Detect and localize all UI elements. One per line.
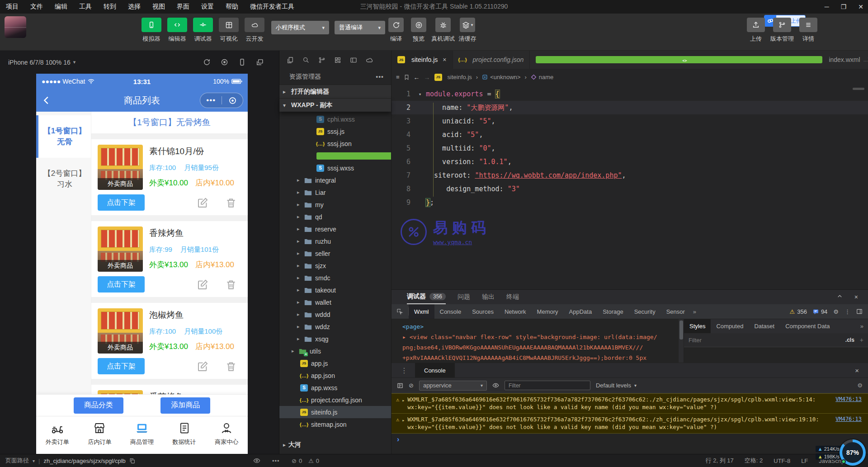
outline-icon[interactable]: ≡ [396, 74, 400, 80]
context-select[interactable]: appservice▾ [419, 381, 487, 391]
tree-item[interactable]: ▸integral [279, 174, 391, 186]
cls-toggle[interactable]: .cls [845, 337, 854, 343]
tree-item[interactable]: ▸ruzhu [279, 235, 391, 247]
close-icon[interactable]: ✕ [858, 3, 863, 10]
refresh-button[interactable] [388, 18, 404, 32]
trash-icon[interactable] [225, 360, 237, 373]
tree-item[interactable]: {…}project.config.json [279, 394, 391, 406]
tree-item[interactable]: ▸sjzx [279, 259, 391, 272]
copy-icon[interactable] [129, 458, 135, 464]
issue-count[interactable]: 94 [813, 308, 827, 315]
trash-icon[interactable] [225, 197, 237, 209]
devtools-tab-memory[interactable]: Memory [532, 304, 564, 319]
tree-item[interactable]: ▸seller [279, 247, 391, 259]
problems-summary[interactable]: ⊘0 ⚠0 [292, 454, 319, 467]
edit-icon[interactable] [197, 278, 209, 291]
files-icon[interactable] [287, 57, 294, 64]
menu-item[interactable]: 工具 [73, 0, 98, 14]
tree-item[interactable]: ▸smdc [279, 272, 391, 284]
devtools-tab-security[interactable]: Security [629, 304, 661, 319]
page-path-label[interactable]: 页面路径 [5, 457, 29, 465]
tree-item[interactable]: ▸Liar [279, 186, 391, 198]
styles-tab[interactable]: Computed [711, 319, 749, 333]
eyecircle-button[interactable] [411, 18, 426, 32]
layers-button[interactable]: ▾ [460, 18, 475, 32]
expand-icon[interactable]: ▸ [402, 396, 405, 404]
devtools-tab-storage[interactable]: Storage [597, 304, 629, 319]
console-filter-input[interactable] [509, 382, 586, 389]
clear-console-icon[interactable]: ⊘ [409, 382, 414, 389]
styles-tab[interactable]: Dataset [749, 319, 780, 333]
devtools-tab-sensor[interactable]: Sensor [661, 304, 690, 319]
menu-item[interactable]: 编辑 [49, 0, 73, 14]
menu-item[interactable]: 项目 [0, 0, 24, 14]
tab-bar-item[interactable]: 店内订单 [79, 416, 121, 454]
tree-item[interactable]: ▸xsqg [279, 333, 391, 345]
tree-item[interactable]: JSsiteinfo.js [279, 406, 391, 418]
editor-tab[interactable]: {…}project.config.json [453, 51, 530, 69]
console-settings-icon[interactable]: ⚙ [857, 382, 863, 389]
breadcrumb-item[interactable]: JSsiteinfo.js [434, 74, 472, 81]
open-editors-section[interactable]: ▸ 打开的编辑器 [279, 85, 391, 98]
editor-tab[interactable]: JSsiteinfo.js × [392, 51, 453, 69]
more-tabs-icon[interactable]: » [860, 319, 868, 333]
tree-item[interactable]: ▸wddz [279, 321, 391, 333]
inspect-icon[interactable] [392, 304, 408, 319]
debugger-tab[interactable]: 调试器356 [407, 290, 446, 304]
device-select[interactable]: iPhone 6/7/8 100% 16 [8, 59, 71, 66]
console-prompt[interactable]: › [392, 434, 868, 445]
category-tab[interactable]: 【1号窗口】无骨 [36, 115, 91, 158]
tree-item[interactable]: {…}sitemap.json [279, 418, 391, 430]
tree-item[interactable]: {…}app.json [279, 369, 391, 382]
add-style-icon[interactable]: + [860, 336, 863, 344]
wxml-node[interactable]: <page> [402, 321, 678, 332]
device-frame-icon[interactable] [238, 58, 246, 66]
tree-item[interactable]: JSapp.js [279, 357, 391, 369]
settings-gear-icon[interactable]: ⚙ [833, 308, 839, 315]
extensions-icon[interactable] [334, 57, 341, 64]
take-down-button[interactable]: 点击下架 [98, 276, 145, 292]
footer-button[interactable]: 商品分类 [74, 397, 123, 414]
bookmark-icon[interactable] [404, 74, 410, 80]
menu-item[interactable]: 选择 [122, 0, 146, 14]
kebab-menu-icon[interactable]: ⋮ [844, 308, 850, 315]
tree-item[interactable]: ▸reserve [279, 223, 391, 235]
grid-button[interactable] [219, 18, 239, 32]
eye-icon[interactable] [492, 382, 499, 389]
edit-icon[interactable] [197, 197, 209, 209]
console-tab[interactable]: Console [415, 363, 455, 377]
footer-button[interactable]: 添加商品 [160, 397, 210, 414]
tree-item[interactable]: Sapp.wxss [279, 382, 391, 394]
console-sidebar-icon[interactable] [397, 382, 403, 389]
tree-item[interactable]: {…}sssj.json [279, 137, 391, 150]
cursor-position[interactable]: 行 2, 列 17 [706, 457, 734, 465]
tree-item[interactable]: ▸+utils [279, 345, 391, 357]
menu-item[interactable]: 转到 [98, 0, 122, 14]
performance-gauge[interactable]: 87% [840, 439, 866, 466]
wxml-node[interactable]: ▸ <view class="navbar flex-row" style="b… [402, 332, 678, 342]
stop-icon[interactable] [221, 58, 228, 66]
dock-side-icon[interactable] [856, 308, 863, 315]
navigate-forward-icon[interactable]: → [424, 74, 430, 81]
log-levels-select[interactable]: Default levels▾ [596, 382, 637, 389]
expand-icon[interactable]: ▸ [402, 416, 405, 424]
code-button[interactable] [167, 18, 187, 32]
styles-tab[interactable]: Component Data [780, 319, 835, 333]
status-more-icon[interactable]: ••• [272, 454, 280, 467]
eol[interactable]: LF [801, 458, 808, 464]
editor-tab[interactable]: <>index.wxml ...\index [530, 51, 868, 69]
project-root-section[interactable]: ▾ WXAPP - 副本 [279, 98, 391, 112]
navigate-back-icon[interactable]: ← [414, 74, 420, 81]
tree-item[interactable]: Scphi.wxss [279, 113, 391, 125]
tree-item[interactable]: ▸my [279, 198, 391, 211]
indentation[interactable]: 空格: 2 [745, 457, 763, 465]
commit-button[interactable] [193, 18, 213, 32]
wxml-node[interactable]: +pxRvIAAAACklEQVQI12NgAAAAAAgAB4iC8MwAAA… [402, 353, 678, 363]
trash-icon[interactable] [225, 278, 237, 291]
tree-item[interactable]: ▸wddd [279, 308, 391, 321]
tab-bar-item[interactable]: 数据统计 [163, 416, 206, 454]
devtools-tab-appdata[interactable]: AppData [564, 304, 598, 319]
tab-bar-item[interactable]: 商品管理 [121, 416, 163, 454]
phone-button[interactable] [142, 18, 161, 32]
page-path-value[interactable]: zh_cjdianc/pages/sjzx/spgl/cplb [43, 458, 125, 464]
